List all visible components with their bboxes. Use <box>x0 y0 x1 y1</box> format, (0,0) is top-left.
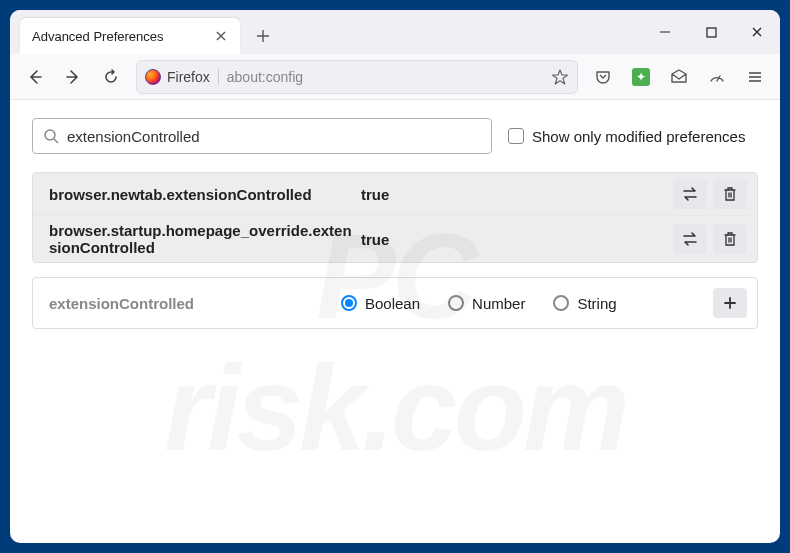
preference-name: browser.newtab.extensionControlled <box>43 186 353 203</box>
tabs-area: Advanced Preferences <box>10 10 642 54</box>
only-modified-checkbox[interactable]: Show only modified preferences <box>508 128 745 145</box>
radio-icon <box>448 295 464 311</box>
dashboard-button[interactable] <box>700 60 734 94</box>
minimize-icon <box>659 26 671 38</box>
nav-toolbar: Firefox about:config ✦ <box>10 54 780 100</box>
radio-icon <box>341 295 357 311</box>
search-box[interactable] <box>32 118 492 154</box>
reload-button[interactable] <box>94 60 128 94</box>
identity-label: Firefox <box>167 69 210 85</box>
plus-icon <box>723 296 737 310</box>
only-modified-label: Show only modified preferences <box>532 128 745 145</box>
trash-icon <box>723 186 737 202</box>
about-config-content: PC risk.com Show only modified preferenc… <box>10 100 780 543</box>
preference-list: browser.newtab.extensionControlled true … <box>32 172 758 263</box>
watermark-line: risk.com <box>10 342 780 474</box>
preference-row: browser.startup.homepage_override.extens… <box>33 216 757 262</box>
preference-value: true <box>361 186 665 203</box>
delete-button[interactable] <box>713 179 747 209</box>
toggle-arrows-icon <box>681 187 699 201</box>
window-controls <box>642 10 780 54</box>
toggle-button[interactable] <box>673 224 707 254</box>
type-number-radio[interactable]: Number <box>448 295 525 312</box>
radio-label: Number <box>472 295 525 312</box>
arrow-left-icon <box>26 68 44 86</box>
mail-icon <box>670 68 688 86</box>
svg-rect-0 <box>707 28 716 37</box>
checkbox-icon <box>508 128 524 144</box>
url-text: about:config <box>227 69 543 85</box>
new-tab-button[interactable] <box>248 21 278 51</box>
preference-actions <box>673 224 747 254</box>
plus-icon <box>256 29 270 43</box>
browser-tab[interactable]: Advanced Preferences <box>20 18 240 54</box>
close-icon <box>215 30 227 42</box>
close-icon <box>751 26 763 38</box>
bookmark-button[interactable] <box>551 68 569 86</box>
address-bar[interactable]: Firefox about:config <box>136 60 578 94</box>
toggle-button[interactable] <box>673 179 707 209</box>
preference-row: browser.newtab.extensionControlled true <box>33 173 757 216</box>
new-preference-row: extensionControlled Boolean Number Strin… <box>32 277 758 329</box>
close-window-button[interactable] <box>734 10 780 54</box>
new-preference-name: extensionControlled <box>43 295 333 312</box>
type-boolean-radio[interactable]: Boolean <box>341 295 420 312</box>
app-menu-button[interactable] <box>738 60 772 94</box>
mail-button[interactable] <box>662 60 696 94</box>
radio-icon <box>553 295 569 311</box>
preference-name: browser.startup.homepage_override.extens… <box>43 222 353 256</box>
firefox-icon <box>145 69 161 85</box>
tab-title: Advanced Preferences <box>32 29 204 44</box>
identity-box[interactable]: Firefox <box>145 69 219 85</box>
browser-window: Advanced Preferences <box>10 10 780 543</box>
search-row: Show only modified preferences <box>32 118 758 154</box>
svg-point-1 <box>45 130 55 140</box>
hamburger-icon <box>747 69 763 85</box>
trash-icon <box>723 231 737 247</box>
pocket-icon <box>594 68 612 86</box>
radio-label: String <box>577 295 616 312</box>
delete-button[interactable] <box>713 224 747 254</box>
gauge-icon <box>708 68 726 86</box>
preference-value: true <box>361 231 665 248</box>
extension-icon: ✦ <box>632 68 650 86</box>
maximize-icon <box>706 27 717 38</box>
forward-button[interactable] <box>56 60 90 94</box>
preference-actions <box>673 179 747 209</box>
add-preference-button[interactable] <box>713 288 747 318</box>
close-tab-button[interactable] <box>214 29 228 43</box>
type-string-radio[interactable]: String <box>553 295 616 312</box>
search-icon <box>43 128 59 144</box>
toggle-arrows-icon <box>681 232 699 246</box>
extension-button[interactable]: ✦ <box>624 60 658 94</box>
titlebar: Advanced Preferences <box>10 10 780 54</box>
arrow-right-icon <box>64 68 82 86</box>
pocket-button[interactable] <box>586 60 620 94</box>
radio-label: Boolean <box>365 295 420 312</box>
back-button[interactable] <box>18 60 52 94</box>
star-icon <box>551 68 569 86</box>
maximize-button[interactable] <box>688 10 734 54</box>
reload-icon <box>102 68 120 86</box>
type-radio-group: Boolean Number String <box>341 295 705 312</box>
search-input[interactable] <box>67 128 481 145</box>
minimize-button[interactable] <box>642 10 688 54</box>
